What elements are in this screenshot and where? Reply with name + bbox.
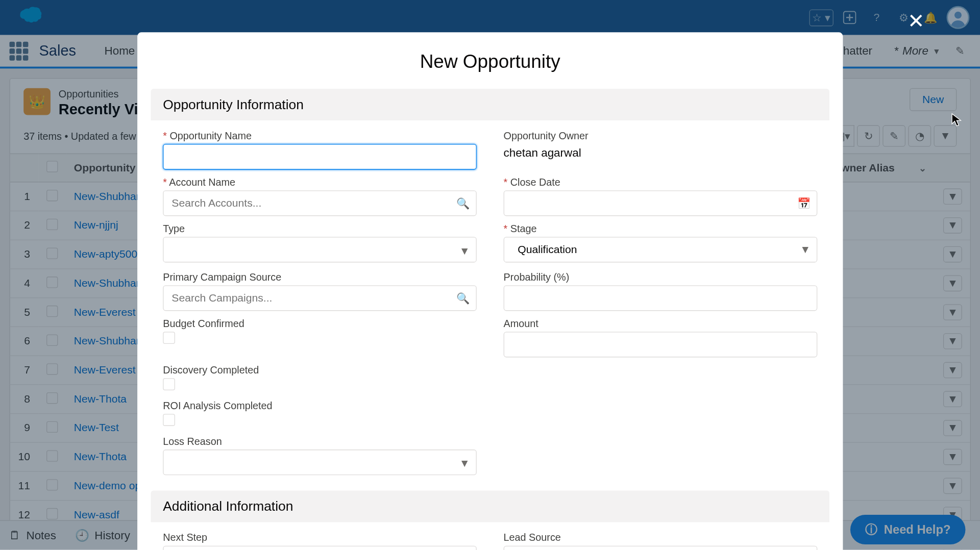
section-additional-information: Additional Information bbox=[151, 491, 829, 522]
probability-label: Probability (%) bbox=[504, 271, 818, 283]
next-step-label: Next Step bbox=[163, 532, 477, 543]
budget-confirmed-checkbox[interactable] bbox=[163, 332, 175, 344]
modal-title: New Opportunity bbox=[137, 32, 843, 89]
budget-confirmed-label: Budget Confirmed bbox=[163, 318, 477, 329]
campaign-input[interactable] bbox=[163, 285, 477, 311]
amount-label: Amount bbox=[504, 318, 818, 329]
loss-reason-select[interactable] bbox=[163, 449, 477, 475]
lead-source-label: Lead Source bbox=[504, 532, 818, 543]
close-icon[interactable]: ✕ bbox=[908, 9, 924, 33]
probability-input[interactable] bbox=[504, 285, 818, 311]
campaign-label: Primary Campaign Source bbox=[163, 271, 477, 283]
next-step-input[interactable] bbox=[163, 546, 477, 550]
opportunity-owner-value: chetan agarwal bbox=[504, 144, 818, 160]
amount-input[interactable] bbox=[504, 332, 818, 357]
roi-completed-checkbox[interactable] bbox=[163, 414, 175, 426]
lead-source-select[interactable] bbox=[504, 546, 818, 550]
type-label: Type bbox=[163, 223, 477, 234]
discovery-completed-label: Discovery Completed bbox=[163, 364, 477, 376]
close-date-input[interactable] bbox=[504, 190, 818, 216]
account-name-label: Account Name bbox=[163, 177, 477, 188]
loss-reason-label: Loss Reason bbox=[163, 435, 477, 446]
opportunity-name-input[interactable] bbox=[163, 144, 477, 169]
discovery-completed-checkbox[interactable] bbox=[163, 378, 175, 390]
type-select[interactable] bbox=[163, 237, 477, 262]
new-opportunity-modal: New Opportunity Opportunity Information … bbox=[137, 32, 843, 550]
roi-completed-label: ROI Analysis Completed bbox=[163, 399, 477, 411]
close-date-label: Close Date bbox=[504, 177, 818, 188]
stage-select[interactable]: Qualification bbox=[504, 237, 818, 262]
opportunity-name-label: Opportunity Name bbox=[163, 130, 477, 141]
opportunity-owner-label: Opportunity Owner bbox=[504, 130, 818, 141]
section-opportunity-information: Opportunity Information bbox=[151, 89, 829, 120]
stage-label: Stage bbox=[504, 223, 818, 234]
modal-backdrop: ✕ New Opportunity Opportunity Informatio… bbox=[0, 0, 980, 550]
account-name-input[interactable] bbox=[163, 190, 477, 216]
